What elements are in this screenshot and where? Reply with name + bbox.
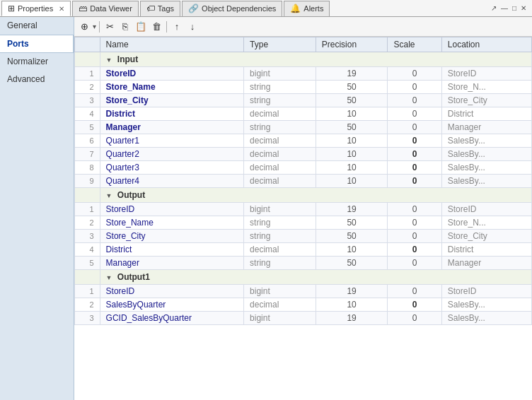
row-type: bigint <box>244 203 316 216</box>
tab-data-viewer[interactable]: 🗃 Data Viewer <box>72 1 139 16</box>
ports-table-container[interactable]: Name Type Precision Scale Location ▼ Inp… <box>74 37 532 400</box>
row-precision: 50 <box>316 216 388 230</box>
row-location: District <box>441 107 531 121</box>
row-name[interactable]: Store_City <box>100 230 243 243</box>
table-row[interactable]: 4 District decimal 10 0 District <box>75 107 532 121</box>
row-name[interactable]: District <box>100 243 243 257</box>
table-row[interactable]: 5 Manager string 50 0 Manager <box>75 121 532 134</box>
col-header-scale[interactable]: Scale <box>388 37 441 52</box>
row-name[interactable]: Quarter3 <box>100 161 243 175</box>
table-row[interactable]: 5 Manager string 50 0 Manager <box>75 257 532 270</box>
row-precision: 10 <box>316 134 388 148</box>
row-type: bigint <box>244 285 316 298</box>
row-name[interactable]: GCID_SalesByQuarter <box>100 312 243 325</box>
col-header-num <box>75 37 100 52</box>
row-name[interactable]: Manager <box>100 121 243 134</box>
table-row[interactable]: 2 Store_Name string 50 0 Store_N... <box>75 216 532 230</box>
row-precision: 19 <box>316 312 388 325</box>
sidebar-item-normalizer[interactable]: Normalizer <box>0 53 74 71</box>
row-name[interactable]: Store_City <box>100 94 243 107</box>
section-header-output1[interactable]: ▼ Output1 <box>75 270 532 285</box>
object-dependencies-tab-icon: 🔗 <box>188 4 199 13</box>
row-scale: 0 <box>388 81 441 94</box>
table-row[interactable]: 2 Store_Name string 50 0 Store_N... <box>75 81 532 94</box>
table-row[interactable]: 7 Quarter2 decimal 10 0 SalesBy... <box>75 148 532 161</box>
row-precision: 10 <box>316 243 388 257</box>
table-row[interactable]: 3 Store_City string 50 0 Store_City <box>75 230 532 243</box>
add-dropdown[interactable]: ▾ <box>93 23 96 30</box>
row-type: string <box>244 121 316 134</box>
row-name[interactable]: SalesByQuarter <box>100 298 243 312</box>
row-location: SalesBy... <box>441 312 531 325</box>
tab-object-dependencies[interactable]: 🔗 Object Dependencies <box>182 1 282 16</box>
table-row[interactable]: 8 Quarter3 decimal 10 0 SalesBy... <box>75 161 532 175</box>
row-name[interactable]: Quarter4 <box>100 175 243 188</box>
collapse-icon: ▼ <box>106 274 112 281</box>
sidebar: General Ports Normalizer Advanced <box>0 17 74 400</box>
row-name[interactable]: Manager <box>100 257 243 270</box>
tab-alerts[interactable]: 🔔 Alerts <box>284 1 330 16</box>
row-precision: 10 <box>316 161 388 175</box>
tab-alerts-label: Alerts <box>303 4 323 13</box>
cut-button[interactable]: ✂ <box>103 20 117 34</box>
row-scale: 0 <box>388 312 441 325</box>
row-scale: 0 <box>388 134 441 148</box>
tab-properties-close[interactable]: ✕ <box>59 5 64 13</box>
col-header-location[interactable]: Location <box>441 37 531 52</box>
row-type: string <box>244 230 316 243</box>
row-precision: 10 <box>316 298 388 312</box>
add-button[interactable]: ⊕ <box>77 20 91 34</box>
move-down-button[interactable]: ↓ <box>185 20 200 34</box>
tab-properties[interactable]: ⊞ Properties ✕ <box>1 1 71 16</box>
table-row[interactable]: 9 Quarter4 decimal 10 0 SalesBy... <box>75 175 532 188</box>
section-header-output[interactable]: ▼ Output <box>75 188 532 203</box>
alerts-tab-icon: 🔔 <box>290 4 301 13</box>
sidebar-item-advanced[interactable]: Advanced <box>0 71 74 88</box>
row-location: SalesBy... <box>441 298 531 312</box>
section-collapse-cell <box>75 188 100 203</box>
row-name[interactable]: District <box>100 107 243 121</box>
table-row[interactable]: 1 StoreID bigint 19 0 StoreID <box>75 203 532 216</box>
row-type: string <box>244 257 316 270</box>
row-name[interactable]: StoreID <box>100 203 243 216</box>
row-name[interactable]: StoreID <box>100 285 243 298</box>
paste-button[interactable]: 📋 <box>134 20 148 34</box>
row-precision: 50 <box>316 257 388 270</box>
restore-icon[interactable]: □ <box>511 4 518 13</box>
col-header-precision[interactable]: Precision <box>316 37 388 52</box>
tab-tags[interactable]: 🏷 Tags <box>140 1 180 16</box>
row-precision: 50 <box>316 94 388 107</box>
move-up-button[interactable]: ↑ <box>170 20 184 34</box>
table-row[interactable]: 4 District decimal 10 0 District <box>75 243 532 257</box>
minimize-icon[interactable]: — <box>499 4 509 13</box>
section-collapse-cell <box>75 52 100 67</box>
row-name[interactable]: Store_Name <box>100 81 243 94</box>
row-name[interactable]: Quarter1 <box>100 134 243 148</box>
table-row[interactable]: 3 Store_City string 50 0 Store_City <box>75 94 532 107</box>
row-location: StoreID <box>441 285 531 298</box>
row-num: 3 <box>75 312 100 325</box>
table-row[interactable]: 2 SalesByQuarter decimal 10 0 SalesBy... <box>75 298 532 312</box>
maximize-icon[interactable]: ↗ <box>490 4 498 13</box>
toolbar-separator-2 <box>166 21 167 33</box>
col-header-type[interactable]: Type <box>244 37 316 52</box>
row-type: decimal <box>244 298 316 312</box>
table-row[interactable]: 3 GCID_SalesByQuarter bigint 19 0 SalesB… <box>75 312 532 325</box>
close-icon[interactable]: ✕ <box>519 4 528 13</box>
row-name[interactable]: StoreID <box>100 67 243 81</box>
row-name[interactable]: Quarter2 <box>100 148 243 161</box>
col-header-name[interactable]: Name <box>100 37 243 52</box>
sidebar-item-ports[interactable]: Ports <box>0 35 74 53</box>
row-name[interactable]: Store_Name <box>100 216 243 230</box>
table-row[interactable]: 1 StoreID bigint 19 0 StoreID <box>75 285 532 298</box>
table-header-row: Name Type Precision Scale Location <box>75 37 532 52</box>
copy-button[interactable]: ⎘ <box>118 20 132 34</box>
delete-button[interactable]: 🗑 <box>149 20 163 34</box>
table-row[interactable]: 6 Quarter1 decimal 10 0 SalesBy... <box>75 134 532 148</box>
sidebar-item-general[interactable]: General <box>0 17 74 35</box>
table-row[interactable]: 1 StoreID bigint 19 0 StoreID <box>75 67 532 81</box>
section-header-label: ▼ Output1 <box>100 270 531 285</box>
collapse-icon: ▼ <box>106 57 112 64</box>
section-header-input[interactable]: ▼ Input <box>75 52 532 67</box>
row-location: District <box>441 243 531 257</box>
